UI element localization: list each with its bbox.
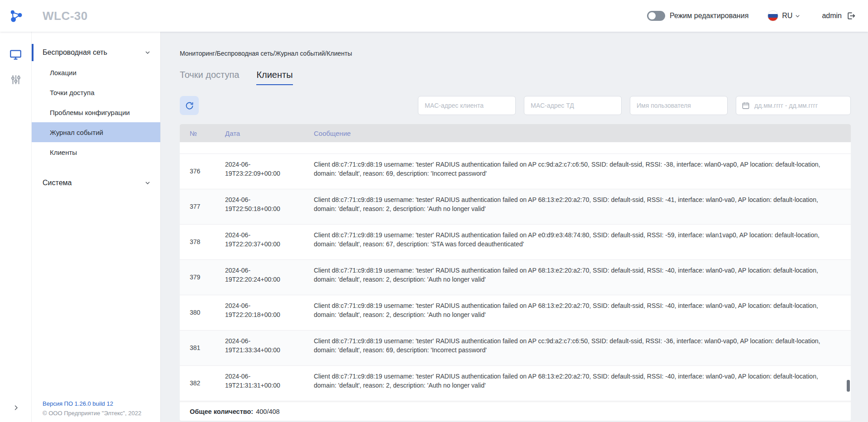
table-row[interactable]: 377 2024-06-19T22:50:18+00:00 Client d8:… bbox=[180, 189, 851, 225]
top-bar: WLC-30 Режим редактирования RU admin bbox=[0, 0, 868, 32]
column-header-date[interactable]: Дата bbox=[225, 129, 314, 137]
sidebar-item-event-log[interactable]: Журнал событий bbox=[32, 122, 160, 142]
section-label: Беспроводная сеть bbox=[43, 48, 107, 57]
total-count-label: Общее количество: bbox=[190, 408, 253, 415]
column-header-num[interactable]: № bbox=[180, 129, 225, 137]
table-row[interactable]: 379 2024-06-19T22:20:24+00:00 Client d8:… bbox=[180, 260, 851, 295]
row-message: Client d8:c7:71:c9:d8:19 username: 'test… bbox=[314, 372, 851, 390]
sidebar-item-config-problems[interactable]: Проблемы конфигурации bbox=[32, 102, 160, 122]
table-row[interactable]: 380 2024-06-19T22:20:18+00:00 Client d8:… bbox=[180, 295, 851, 331]
sidebar-section-system[interactable]: Система bbox=[32, 173, 160, 193]
date-range-text[interactable] bbox=[754, 96, 845, 115]
language-label: RU bbox=[782, 12, 792, 20]
sidebar-item-label: Локации bbox=[50, 69, 77, 77]
table-row[interactable]: 381 2024-06-19T21:33:34+00:00 Client d8:… bbox=[180, 331, 851, 366]
sidebar-item-label: Точки доступа bbox=[50, 89, 95, 96]
sidebar-item-locations[interactable]: Локации bbox=[32, 62, 160, 82]
rail-item-settings[interactable] bbox=[0, 67, 31, 92]
table-row-partial bbox=[180, 142, 851, 154]
column-header-message[interactable]: Сообщение bbox=[314, 129, 851, 137]
app-title: WLC-30 bbox=[43, 9, 88, 23]
edit-mode-label: Режим редактирования bbox=[670, 12, 748, 20]
row-message: Client d8:c7:71:c9:d8:19 username: 'test… bbox=[314, 266, 851, 284]
row-number: 376 bbox=[180, 167, 225, 176]
row-number: 381 bbox=[180, 344, 225, 353]
filter-bar bbox=[418, 96, 851, 115]
row-date: 2024-06-19T21:33:34+00:00 bbox=[225, 337, 314, 355]
calendar-icon[interactable] bbox=[742, 101, 750, 110]
refresh-icon bbox=[185, 101, 194, 110]
sidebar-section-wireless[interactable]: Беспроводная сеть bbox=[32, 43, 160, 62]
event-table-body: 376 2024-06-19T23:22:09+00:00 Client d8:… bbox=[180, 142, 851, 402]
breadcrumb: Мониторинг/Беспроводная сеть/Журнал собы… bbox=[180, 32, 851, 57]
row-date: 2024-06-19T23:22:09+00:00 bbox=[225, 160, 314, 178]
vertical-scrollbar-thumb[interactable] bbox=[847, 380, 850, 392]
toolbar bbox=[180, 96, 851, 115]
rail-item-monitoring[interactable] bbox=[0, 42, 31, 67]
sidebar: Беспроводная сеть Локации Точки доступа … bbox=[32, 32, 161, 422]
sidebar-item-clients[interactable]: Клиенты bbox=[32, 142, 160, 162]
icon-rail bbox=[0, 32, 32, 422]
row-message: Client d8:c7:71:c9:d8:19 username: 'test… bbox=[314, 302, 851, 319]
row-number: 378 bbox=[180, 238, 225, 247]
date-range-input[interactable] bbox=[736, 96, 851, 115]
main-content: Мониторинг/Беспроводная сеть/Журнал собы… bbox=[161, 32, 868, 422]
row-number: 380 bbox=[180, 308, 225, 317]
username-label: admin bbox=[822, 12, 842, 20]
sidebar-item-label: Клиенты bbox=[50, 149, 77, 156]
row-message: Client d8:c7:71:c9:d8:19 username: 'test… bbox=[314, 231, 851, 249]
row-date: 2024-06-19T22:20:24+00:00 bbox=[225, 266, 314, 284]
top-bar-right: Режим редактирования RU admin bbox=[647, 10, 868, 21]
eltex-logo-icon bbox=[8, 8, 24, 24]
copyright-text: © ООО Предприятие "Элтекс", 2022 bbox=[43, 410, 155, 417]
table-footer: Общее количество: 400/408 bbox=[180, 402, 851, 421]
event-log-table: № Дата Сообщение 376 2024-06-19T23:22:09… bbox=[180, 124, 851, 421]
chevron-down-icon bbox=[144, 49, 151, 56]
chevron-down-icon bbox=[144, 179, 151, 187]
refresh-button[interactable] bbox=[180, 96, 199, 115]
table-row[interactable]: 378 2024-06-19T22:20:37+00:00 Client d8:… bbox=[180, 225, 851, 260]
row-message: Client d8:c7:71:c9:d8:19 username: 'test… bbox=[314, 160, 851, 178]
language-selector[interactable]: RU bbox=[767, 10, 801, 21]
sidebar-item-access-points[interactable]: Точки доступа bbox=[32, 82, 160, 102]
table-row[interactable]: 382 2024-06-19T21:31:31+00:00 Client d8:… bbox=[180, 366, 851, 401]
row-date: 2024-06-19T22:20:37+00:00 bbox=[225, 231, 314, 249]
row-message: Client d8:c7:71:c9:d8:19 username: 'test… bbox=[314, 337, 851, 355]
sliders-icon bbox=[10, 74, 22, 86]
section-label: Система bbox=[43, 179, 72, 187]
version-link[interactable]: Версия ПО 1.26.0 build 12 bbox=[43, 400, 155, 407]
sidebar-footer: Версия ПО 1.26.0 build 12 © ООО Предприя… bbox=[43, 400, 155, 417]
client-mac-input[interactable] bbox=[418, 96, 516, 115]
tab-clients[interactable]: Клиенты bbox=[256, 70, 293, 85]
tab-access-points[interactable]: Точки доступа bbox=[180, 70, 239, 85]
row-date: 2024-06-19T22:50:18+00:00 bbox=[225, 196, 314, 213]
total-count-value: 400/408 bbox=[256, 408, 279, 415]
row-number: 382 bbox=[180, 379, 225, 388]
row-number: 379 bbox=[180, 273, 225, 282]
monitor-icon bbox=[10, 48, 22, 61]
logout-icon[interactable] bbox=[846, 11, 855, 20]
username-input[interactable] bbox=[630, 96, 728, 115]
ap-mac-input[interactable] bbox=[524, 96, 622, 115]
row-number: 377 bbox=[180, 202, 225, 211]
sidebar-collapse-button[interactable] bbox=[0, 403, 32, 412]
row-date: 2024-06-19T22:20:18+00:00 bbox=[225, 302, 314, 319]
edit-mode-toggle[interactable] bbox=[647, 11, 665, 21]
sidebar-item-label: Журнал событий bbox=[50, 129, 103, 136]
chevron-right-icon bbox=[12, 403, 20, 412]
row-message: Client d8:c7:71:c9:d8:19 username: 'test… bbox=[314, 196, 851, 213]
table-header: № Дата Сообщение bbox=[180, 124, 851, 142]
ru-flag-icon bbox=[767, 10, 778, 21]
row-date: 2024-06-19T21:31:31+00:00 bbox=[225, 372, 314, 390]
app-logo bbox=[0, 8, 32, 24]
sidebar-item-label: Проблемы конфигурации bbox=[50, 109, 130, 116]
tabs: Точки доступа Клиенты bbox=[180, 70, 851, 85]
user-menu[interactable]: admin bbox=[822, 11, 855, 20]
toggle-knob bbox=[648, 12, 656, 19]
table-row[interactable]: 376 2024-06-19T23:22:09+00:00 Client d8:… bbox=[180, 154, 851, 189]
chevron-down-icon bbox=[794, 13, 801, 19]
